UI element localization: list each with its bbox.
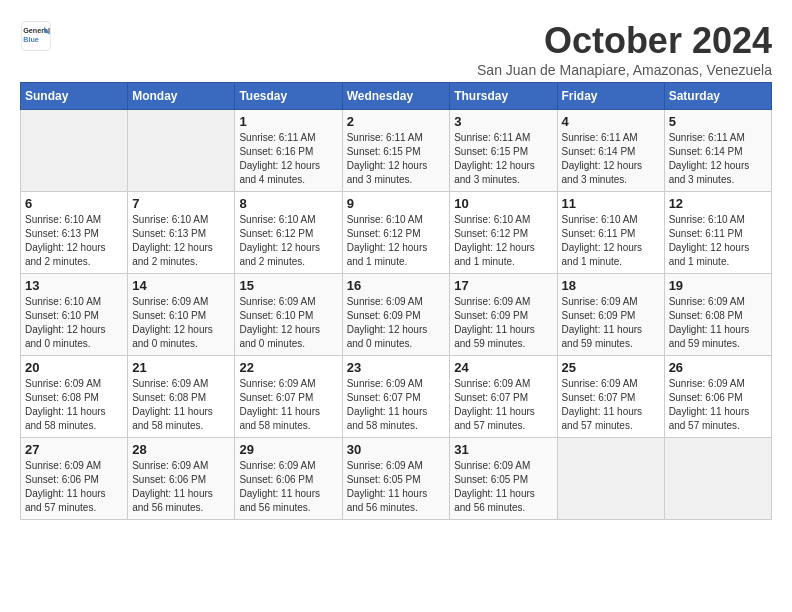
day-info: Sunrise: 6:11 AM Sunset: 6:14 PM Dayligh… <box>669 131 767 187</box>
calendar-cell: 10Sunrise: 6:10 AM Sunset: 6:12 PM Dayli… <box>450 192 557 274</box>
day-number: 13 <box>25 278 123 293</box>
day-number: 17 <box>454 278 552 293</box>
calendar-cell <box>21 110 128 192</box>
day-info: Sunrise: 6:09 AM Sunset: 6:06 PM Dayligh… <box>132 459 230 515</box>
calendar-cell: 5Sunrise: 6:11 AM Sunset: 6:14 PM Daylig… <box>664 110 771 192</box>
calendar-cell: 26Sunrise: 6:09 AM Sunset: 6:06 PM Dayli… <box>664 356 771 438</box>
day-header-monday: Monday <box>128 83 235 110</box>
day-number: 23 <box>347 360 446 375</box>
day-number: 21 <box>132 360 230 375</box>
day-number: 22 <box>239 360 337 375</box>
page-header: General Blue October 2024 San Juan de Ma… <box>20 20 772 78</box>
calendar-week-1: 1Sunrise: 6:11 AM Sunset: 6:16 PM Daylig… <box>21 110 772 192</box>
day-info: Sunrise: 6:10 AM Sunset: 6:12 PM Dayligh… <box>454 213 552 269</box>
day-number: 31 <box>454 442 552 457</box>
day-header-friday: Friday <box>557 83 664 110</box>
day-info: Sunrise: 6:09 AM Sunset: 6:09 PM Dayligh… <box>454 295 552 351</box>
calendar-cell <box>128 110 235 192</box>
day-header-thursday: Thursday <box>450 83 557 110</box>
day-number: 3 <box>454 114 552 129</box>
logo-icon: General Blue <box>20 20 52 52</box>
svg-text:Blue: Blue <box>23 35 39 44</box>
calendar-cell: 29Sunrise: 6:09 AM Sunset: 6:06 PM Dayli… <box>235 438 342 520</box>
day-info: Sunrise: 6:10 AM Sunset: 6:12 PM Dayligh… <box>347 213 446 269</box>
calendar-week-3: 13Sunrise: 6:10 AM Sunset: 6:10 PM Dayli… <box>21 274 772 356</box>
day-info: Sunrise: 6:11 AM Sunset: 6:16 PM Dayligh… <box>239 131 337 187</box>
day-number: 7 <box>132 196 230 211</box>
calendar-cell: 12Sunrise: 6:10 AM Sunset: 6:11 PM Dayli… <box>664 192 771 274</box>
day-info: Sunrise: 6:11 AM Sunset: 6:15 PM Dayligh… <box>347 131 446 187</box>
calendar-cell: 24Sunrise: 6:09 AM Sunset: 6:07 PM Dayli… <box>450 356 557 438</box>
calendar-cell: 9Sunrise: 6:10 AM Sunset: 6:12 PM Daylig… <box>342 192 450 274</box>
day-info: Sunrise: 6:10 AM Sunset: 6:11 PM Dayligh… <box>562 213 660 269</box>
day-number: 30 <box>347 442 446 457</box>
calendar-week-5: 27Sunrise: 6:09 AM Sunset: 6:06 PM Dayli… <box>21 438 772 520</box>
calendar-week-4: 20Sunrise: 6:09 AM Sunset: 6:08 PM Dayli… <box>21 356 772 438</box>
calendar-cell: 27Sunrise: 6:09 AM Sunset: 6:06 PM Dayli… <box>21 438 128 520</box>
day-info: Sunrise: 6:09 AM Sunset: 6:07 PM Dayligh… <box>562 377 660 433</box>
calendar-cell: 20Sunrise: 6:09 AM Sunset: 6:08 PM Dayli… <box>21 356 128 438</box>
day-number: 16 <box>347 278 446 293</box>
day-number: 12 <box>669 196 767 211</box>
day-number: 25 <box>562 360 660 375</box>
day-info: Sunrise: 6:09 AM Sunset: 6:10 PM Dayligh… <box>239 295 337 351</box>
calendar-cell: 19Sunrise: 6:09 AM Sunset: 6:08 PM Dayli… <box>664 274 771 356</box>
day-info: Sunrise: 6:11 AM Sunset: 6:14 PM Dayligh… <box>562 131 660 187</box>
location-subtitle: San Juan de Manapiare, Amazonas, Venezue… <box>477 62 772 78</box>
day-number: 24 <box>454 360 552 375</box>
day-number: 11 <box>562 196 660 211</box>
day-info: Sunrise: 6:09 AM Sunset: 6:07 PM Dayligh… <box>454 377 552 433</box>
calendar-header-row: SundayMondayTuesdayWednesdayThursdayFrid… <box>21 83 772 110</box>
day-number: 14 <box>132 278 230 293</box>
day-info: Sunrise: 6:09 AM Sunset: 6:06 PM Dayligh… <box>239 459 337 515</box>
calendar-cell <box>557 438 664 520</box>
calendar-cell: 23Sunrise: 6:09 AM Sunset: 6:07 PM Dayli… <box>342 356 450 438</box>
calendar-cell <box>664 438 771 520</box>
day-info: Sunrise: 6:09 AM Sunset: 6:09 PM Dayligh… <box>562 295 660 351</box>
day-header-saturday: Saturday <box>664 83 771 110</box>
day-info: Sunrise: 6:09 AM Sunset: 6:06 PM Dayligh… <box>25 459 123 515</box>
calendar-cell: 21Sunrise: 6:09 AM Sunset: 6:08 PM Dayli… <box>128 356 235 438</box>
day-header-tuesday: Tuesday <box>235 83 342 110</box>
month-title: October 2024 <box>477 20 772 62</box>
day-info: Sunrise: 6:10 AM Sunset: 6:13 PM Dayligh… <box>132 213 230 269</box>
day-number: 20 <box>25 360 123 375</box>
day-info: Sunrise: 6:09 AM Sunset: 6:08 PM Dayligh… <box>669 295 767 351</box>
day-number: 6 <box>25 196 123 211</box>
calendar-cell: 25Sunrise: 6:09 AM Sunset: 6:07 PM Dayli… <box>557 356 664 438</box>
calendar-cell: 18Sunrise: 6:09 AM Sunset: 6:09 PM Dayli… <box>557 274 664 356</box>
day-number: 4 <box>562 114 660 129</box>
day-info: Sunrise: 6:10 AM Sunset: 6:11 PM Dayligh… <box>669 213 767 269</box>
day-info: Sunrise: 6:10 AM Sunset: 6:10 PM Dayligh… <box>25 295 123 351</box>
calendar-cell: 1Sunrise: 6:11 AM Sunset: 6:16 PM Daylig… <box>235 110 342 192</box>
calendar-cell: 17Sunrise: 6:09 AM Sunset: 6:09 PM Dayli… <box>450 274 557 356</box>
day-info: Sunrise: 6:09 AM Sunset: 6:10 PM Dayligh… <box>132 295 230 351</box>
calendar-cell: 8Sunrise: 6:10 AM Sunset: 6:12 PM Daylig… <box>235 192 342 274</box>
calendar-cell: 11Sunrise: 6:10 AM Sunset: 6:11 PM Dayli… <box>557 192 664 274</box>
calendar-table: SundayMondayTuesdayWednesdayThursdayFrid… <box>20 82 772 520</box>
day-number: 9 <box>347 196 446 211</box>
day-info: Sunrise: 6:11 AM Sunset: 6:15 PM Dayligh… <box>454 131 552 187</box>
day-number: 29 <box>239 442 337 457</box>
day-info: Sunrise: 6:09 AM Sunset: 6:05 PM Dayligh… <box>454 459 552 515</box>
calendar-cell: 6Sunrise: 6:10 AM Sunset: 6:13 PM Daylig… <box>21 192 128 274</box>
day-number: 8 <box>239 196 337 211</box>
calendar-cell: 31Sunrise: 6:09 AM Sunset: 6:05 PM Dayli… <box>450 438 557 520</box>
calendar-cell: 4Sunrise: 6:11 AM Sunset: 6:14 PM Daylig… <box>557 110 664 192</box>
day-number: 10 <box>454 196 552 211</box>
day-info: Sunrise: 6:09 AM Sunset: 6:06 PM Dayligh… <box>669 377 767 433</box>
day-info: Sunrise: 6:10 AM Sunset: 6:13 PM Dayligh… <box>25 213 123 269</box>
calendar-cell: 16Sunrise: 6:09 AM Sunset: 6:09 PM Dayli… <box>342 274 450 356</box>
calendar-body: 1Sunrise: 6:11 AM Sunset: 6:16 PM Daylig… <box>21 110 772 520</box>
day-number: 15 <box>239 278 337 293</box>
day-info: Sunrise: 6:09 AM Sunset: 6:07 PM Dayligh… <box>347 377 446 433</box>
day-number: 5 <box>669 114 767 129</box>
calendar-cell: 3Sunrise: 6:11 AM Sunset: 6:15 PM Daylig… <box>450 110 557 192</box>
day-info: Sunrise: 6:09 AM Sunset: 6:07 PM Dayligh… <box>239 377 337 433</box>
day-info: Sunrise: 6:09 AM Sunset: 6:08 PM Dayligh… <box>25 377 123 433</box>
calendar-cell: 28Sunrise: 6:09 AM Sunset: 6:06 PM Dayli… <box>128 438 235 520</box>
day-number: 19 <box>669 278 767 293</box>
calendar-cell: 7Sunrise: 6:10 AM Sunset: 6:13 PM Daylig… <box>128 192 235 274</box>
day-number: 27 <box>25 442 123 457</box>
day-number: 18 <box>562 278 660 293</box>
